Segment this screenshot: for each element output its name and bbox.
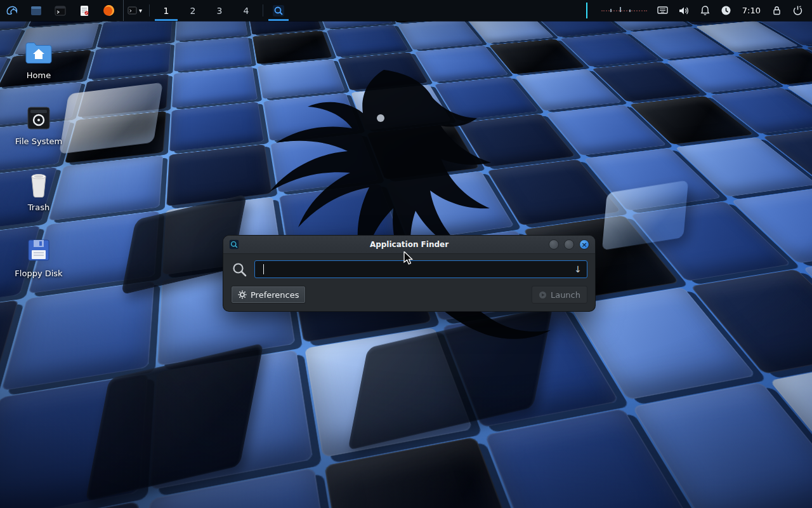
logout-power-icon [792,4,804,17]
file-manager-launcher[interactable] [24,0,48,21]
desktop-icon-column: Home File System Trash [11,36,66,278]
app-finder-task-icon [272,4,285,17]
desktop-root: ▾ 1 2 3 4 [0,0,812,508]
cpu-spike [586,3,587,18]
launch-button[interactable]: Launch [532,286,587,304]
application-finder-window: Application Finder × ↓ [223,236,595,311]
desktop-icon-label: Home [27,70,51,80]
volume-icon [678,4,690,17]
panel-clock[interactable]: 7:10 [738,6,765,15]
minimize-button[interactable] [549,239,559,250]
close-icon: × [581,241,587,248]
window-title: Application Finder [223,240,595,249]
workspace-button-2[interactable]: 2 [180,0,206,21]
wallpaper-cube [77,74,169,117]
titlebar-buttons: × [549,239,589,250]
preferences-label: Preferences [251,290,299,300]
top-panel: ▾ 1 2 3 4 [0,0,812,21]
dropdown-arrow-icon: ↓ [574,265,582,274]
desktop-icon-label: File System [15,137,62,146]
kali-menu-button[interactable] [0,0,24,21]
taskbar-application-finder[interactable] [266,0,291,21]
workspace-label: 2 [190,6,196,16]
home-folder-icon [24,36,53,68]
bell-icon [699,4,711,17]
firefox-launcher[interactable] [96,0,121,21]
lock-screen-tray-button[interactable] [768,4,786,17]
system-monitor-graph[interactable] [585,3,650,18]
wallpaper-cube [88,43,171,79]
update-sync-icon [720,4,732,17]
workspace-label: 4 [244,6,249,16]
floppy-disk-icon [26,234,51,266]
desktop-icon-floppy-disk[interactable]: Floppy Disk [11,234,66,278]
launch-icon [539,291,547,299]
panel-spacer [291,0,581,21]
wallpaper-cube [327,25,409,57]
graph-blip [610,9,612,12]
workspace-button-1[interactable]: 1 [153,0,180,21]
workspace-button-3[interactable]: 3 [206,0,233,21]
desktop-icon-home[interactable]: Home [11,36,66,80]
graph-baseline [601,10,647,11]
wallpaper-cube [398,19,483,50]
desktop-icon-label: Trash [28,203,49,212]
terminal-launcher[interactable] [48,0,72,21]
text-editor-icon [78,4,91,17]
chevron-down-icon: ▾ [139,7,142,14]
notifications-tray-button[interactable] [696,4,714,17]
search-row: ↓ [231,260,587,278]
desktop-icon-trash[interactable]: Trash [11,168,66,212]
updates-tray-button[interactable] [717,4,735,17]
text-caret [263,264,264,274]
search-input[interactable]: ↓ [254,260,587,278]
mini-terminal-icon [128,6,137,15]
preferences-button[interactable]: Preferences [231,286,306,304]
workspace-label: 1 [164,6,169,16]
panel-separator [263,4,263,17]
kali-logo-icon [5,4,19,18]
firefox-icon [102,4,115,17]
panel-separator [149,4,150,17]
display-keyboard-icon [657,4,669,17]
text-editor-launcher[interactable] [72,0,96,21]
desktop-icon-label: Floppy Disk [15,269,62,278]
volume-tray-button[interactable] [674,4,693,17]
wallpaper-cube [65,111,167,164]
close-button[interactable]: × [579,239,589,250]
display-settings-tray-button[interactable] [653,4,672,17]
button-row: Preferences Launch [231,286,587,304]
lock-icon [771,4,783,17]
maximize-button[interactable] [564,239,574,250]
graph-blip [620,7,621,12]
terminal-profile-chooser[interactable]: ▾ [123,0,146,21]
workspace-button-4[interactable]: 4 [233,0,259,21]
workspace-label: 3 [217,6,223,16]
launch-label: Launch [551,290,580,300]
window-body: ↓ Preferences [223,254,595,311]
file-manager-icon [30,4,43,17]
file-system-drive-icon [25,102,52,134]
titlebar[interactable]: Application Finder × [223,236,595,254]
gear-icon [238,290,247,299]
graph-blip [629,10,631,12]
terminal-icon [54,4,67,17]
logout-tray-button[interactable] [789,4,807,17]
search-icon [231,261,248,278]
desktop-icon-file-system[interactable]: File System [11,102,66,146]
trash-bin-icon [27,168,51,200]
system-tray: 7:10 [653,0,812,21]
wallpaper-cube [96,17,173,48]
